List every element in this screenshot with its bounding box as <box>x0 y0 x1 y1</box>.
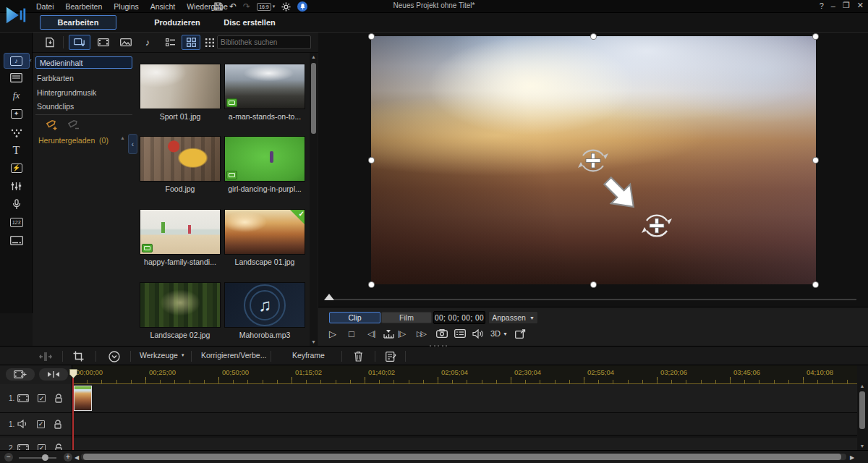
duration-icon[interactable] <box>109 350 120 362</box>
scroll-up-icon[interactable]: ▲ <box>310 54 318 59</box>
fit-dropdown[interactable]: Anpassen ▼ <box>488 311 538 324</box>
timeline-ruler[interactable]: 00;00;00 00;25;00 00;50;00 01;15;02 01;4… <box>72 365 857 384</box>
menu-bearbeiten[interactable]: Bearbeiten <box>66 2 103 11</box>
add-tag-icon[interactable] <box>46 119 59 132</box>
track-lock-icon[interactable] <box>54 394 63 403</box>
timeline-horizontal-scrollbar[interactable] <box>81 454 846 460</box>
tab-bearbeiten[interactable]: Bearbeiten <box>40 15 116 30</box>
seekbar-thumb-icon[interactable] <box>324 294 334 300</box>
aspect-chevron-icon[interactable]: ▾ <box>273 4 276 9</box>
clip-mode-button[interactable]: Clip <box>329 312 380 323</box>
handle-bottom-right[interactable] <box>813 282 818 287</box>
next-frame-button[interactable]: |▷ <box>398 327 406 340</box>
timeline-vertical-scrollbar[interactable]: ▲ ▼ <box>858 383 867 449</box>
undo-icon[interactable]: ↶ <box>229 2 237 11</box>
tag-grid-icon[interactable] <box>203 35 216 50</box>
detach-preview-button[interactable] <box>515 327 526 340</box>
fast-forward-button[interactable]: ▷▷ <box>417 327 425 340</box>
audio-mixing-room-icon[interactable] <box>0 178 33 194</box>
close-button[interactable]: ✕ <box>857 1 864 10</box>
track-enable-checkbox[interactable]: ✓ <box>38 394 46 402</box>
category-farbkarten[interactable]: Farbkarten <box>37 74 131 82</box>
restore-button[interactable]: ❐ <box>843 1 850 10</box>
category-scroll-up-icon[interactable]: ▲ <box>120 135 125 140</box>
play-button[interactable]: ▷ <box>329 327 336 340</box>
film-mode-button[interactable]: Film <box>381 312 432 323</box>
scrollbar-thumb[interactable] <box>311 63 316 134</box>
menu-ansicht[interactable]: Ansicht <box>150 2 175 11</box>
storyboard-room-icon[interactable] <box>0 69 33 85</box>
handle-bottom-left[interactable] <box>369 282 374 287</box>
scroll-down-icon[interactable]: ▼ <box>858 443 867 449</box>
media-info-button[interactable] <box>454 327 466 340</box>
handle-top-left[interactable] <box>369 34 374 39</box>
import-media-icon[interactable] <box>41 35 59 50</box>
aspect-ratio-badge[interactable]: 16:9 <box>257 3 271 11</box>
crop-icon[interactable] <box>73 350 84 362</box>
zoom-slider-thumb[interactable] <box>42 454 48 461</box>
category-hintergrundmusik[interactable]: Hintergrundmusik <box>37 88 131 97</box>
3d-mode-button[interactable]: 3D ▼ <box>490 327 508 340</box>
preview-seekbar[interactable] <box>330 299 856 300</box>
subtitle-room-icon[interactable] <box>0 232 33 248</box>
media-item-happy-family[interactable] <box>140 209 221 255</box>
delete-trash-icon[interactable] <box>354 350 363 362</box>
pip-objects-room-icon[interactable]: ✦ <box>0 106 33 122</box>
step-seek-button[interactable] <box>383 327 394 340</box>
media-item-landscape01[interactable]: ✓ <box>224 209 305 255</box>
tab-disc-erstellen[interactable]: Disc erstellen <box>217 15 282 30</box>
media-item-man-stands[interactable] <box>224 64 305 109</box>
handle-mid-left[interactable] <box>369 158 374 163</box>
media-item-mahoroba[interactable]: ♫ <box>224 282 305 328</box>
hscroll-left-icon[interactable]: ◀ <box>75 454 79 461</box>
handle-bottom-center[interactable] <box>591 282 596 287</box>
handle-top-center[interactable] <box>591 34 596 39</box>
scrollbar-thumb[interactable] <box>83 454 841 460</box>
tab-produzieren[interactable]: Produzieren <box>145 15 210 30</box>
downloaded-category[interactable]: Heruntergeladen (0) <box>38 136 109 145</box>
chapter-room-icon[interactable]: 123 <box>0 214 33 230</box>
keyframe-button[interactable]: Keyframe <box>292 351 325 360</box>
title-room-icon[interactable]: T <box>0 143 33 158</box>
handle-top-right[interactable] <box>813 34 818 39</box>
stop-button[interactable]: □ <box>349 327 354 340</box>
korrigieren-button[interactable]: Korrigieren/Verbe... <box>201 351 266 360</box>
filter-all-media-icon[interactable] <box>69 35 90 50</box>
zoom-slider-track[interactable] <box>19 457 56 459</box>
particle-room-icon[interactable] <box>0 125 33 141</box>
snap-toggle-button[interactable] <box>39 368 68 381</box>
scroll-up-icon[interactable]: ▲ <box>858 383 867 388</box>
rotate-control-highlighted-icon[interactable] <box>640 209 673 242</box>
save-icon[interactable] <box>214 2 223 11</box>
media-item-landscape02[interactable] <box>140 282 221 328</box>
video-track-1-lane[interactable] <box>72 384 857 413</box>
menu-datei[interactable]: Datei <box>36 2 54 11</box>
timeline-clip-landscape01[interactable] <box>74 386 92 411</box>
scrollbar-thumb[interactable] <box>859 391 865 429</box>
snapshot-camera-button[interactable] <box>436 327 448 340</box>
collapse-categories-button[interactable]: ‹ <box>128 134 137 154</box>
category-medieninhalt[interactable]: Medieninhalt <box>35 56 132 69</box>
menu-plugins[interactable]: Plugins <box>114 2 138 11</box>
voiceover-room-icon[interactable] <box>0 196 33 212</box>
filter-video-icon[interactable] <box>93 35 114 50</box>
category-soundclips[interactable]: Soundclips <box>37 102 131 111</box>
previous-frame-button[interactable]: ◁| <box>367 327 375 340</box>
playhead-line[interactable] <box>72 370 74 450</box>
media-item-sport[interactable] <box>140 64 221 109</box>
produce-range-icon[interactable] <box>386 350 396 362</box>
scroll-down-icon[interactable]: ▼ <box>310 339 318 344</box>
volume-button[interactable] <box>472 327 484 340</box>
media-room-icon[interactable]: ♪ <box>0 53 33 69</box>
zoom-in-button[interactable]: + <box>64 453 72 462</box>
media-item-girl-dancing[interactable] <box>224 136 305 182</box>
hscroll-right-icon[interactable]: ▶ <box>850 454 854 461</box>
handle-mid-right[interactable] <box>813 158 818 163</box>
help-button[interactable]: ? <box>820 1 824 10</box>
filter-photo-icon[interactable] <box>116 35 136 50</box>
media-item-food[interactable] <box>140 136 221 182</box>
library-scrollbar[interactable]: ▲ ▼ <box>310 53 318 346</box>
list-view-icon[interactable] <box>161 35 180 50</box>
grid-view-icon[interactable] <box>182 35 200 50</box>
minimize-button[interactable]: – <box>831 1 835 10</box>
